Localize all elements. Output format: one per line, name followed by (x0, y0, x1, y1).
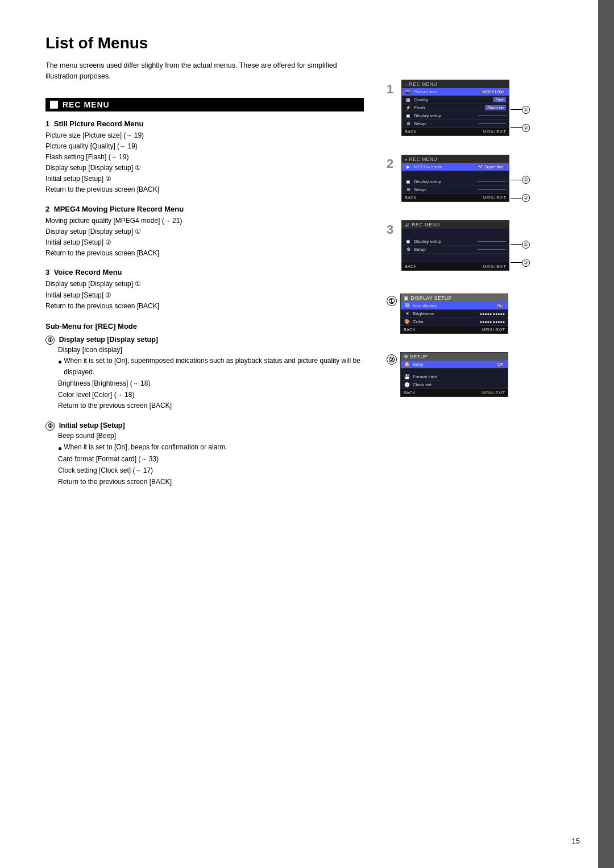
screen1-row-flash: ⚡ Flash Flash on (402, 104, 509, 112)
beep-icon: 🔔 (404, 362, 410, 367)
display-setup-content: Display [Icon display] ● When it is set … (45, 345, 364, 412)
circle-1: ① (45, 336, 55, 345)
screen2-title: ■ REC MENU (402, 155, 509, 163)
screen2-badge: 2 (387, 154, 398, 171)
intro-text: The menu screens used differ slightly fr… (45, 60, 364, 82)
submenu-title: Sub-Menu for [REC] Mode (45, 322, 364, 330)
annot-line-1a (511, 109, 522, 110)
submenu-display-setup: ① Display setup [Display setup] Display … (45, 335, 364, 412)
setup-group: ② ⚙ SETUP 🔔 Beep Off 💾 Format card (387, 352, 546, 397)
item-3-title: Voice Record Menu (54, 268, 122, 276)
display-setup-screen: ▣ DISPLAY SETUP 🖼 Icon display On ☀ Brig… (400, 294, 508, 334)
circle-2: ② (45, 421, 55, 431)
beep-row: 🔔 Beep Off (401, 361, 508, 369)
clock-set-icon: 🕐 (404, 382, 410, 388)
mpeg4-icon: ▶ (405, 164, 412, 170)
screen1-badge: 1 (387, 80, 398, 97)
annot-circle-2a: ① (522, 176, 530, 184)
page-title: List of Menus (45, 34, 364, 52)
setup-line (478, 123, 506, 124)
rec-menu-label: REC MENU (63, 100, 110, 109)
display-setup-group: ① ▣ DISPLAY SETUP 🖼 Icon display On ☀ Br… (387, 294, 546, 334)
display-icon-row: 🖼 Icon display On (401, 302, 508, 310)
display-setup-title: Display setup [Display setup] (59, 336, 158, 344)
right-column: 1 □ REC MENU 📷 Picture size 1600X1200 ▦ (387, 34, 546, 497)
item-3-number: 3 (45, 268, 49, 276)
display-line (478, 115, 506, 116)
screen3-display: 🔊 REC MENU ▣ Display setup ⚙ Se (401, 220, 509, 271)
annot-line-1b (511, 127, 522, 128)
black-square-icon (50, 101, 58, 109)
menu-item-1: 1 Still Picture Record Menu Picture size… (45, 119, 364, 196)
icon-display-icon: 🖼 (404, 303, 410, 309)
setup-badge: ② (387, 354, 397, 365)
screen3-display-icon: ▣ (405, 239, 412, 245)
color-row: 🎨 Color ●●●●● ●●●●● (401, 318, 508, 326)
item-3-subitems: Display setup [Display setup] ① Initial … (45, 279, 364, 312)
screen3-row-display: ▣ Display setup (402, 238, 509, 246)
rec-menu-header: REC MENU (45, 98, 364, 111)
right-edge-bar (598, 0, 614, 868)
screen2-row-display: ▣ Display setup (402, 178, 509, 186)
screen2-annotations: ① ② (511, 154, 530, 202)
setup-screen: ⚙ SETUP 🔔 Beep Off 💾 Format card 🕐 C (400, 352, 508, 397)
screen3-footer: BACK MENU EXIT (402, 263, 509, 270)
annot-circle-3b: ② (522, 259, 530, 267)
item-1-number: 1 (45, 119, 49, 128)
display-icon: ▣ (405, 113, 412, 119)
screen1-row-setup: ⚙ Setup (402, 120, 509, 128)
setup-footer: BACK MENU EXIT (401, 389, 508, 396)
screen2-footer: BACK MENU EXIT (402, 194, 509, 201)
screen1-wrapper: □ REC MENU 📷 Picture size 1600X1200 ▦ Qu… (401, 80, 530, 136)
screen3-annotations: ① ② (511, 225, 530, 267)
picsize-icon: 📷 (405, 89, 412, 95)
screen1-display: □ REC MENU 📷 Picture size 1600X1200 ▦ Qu… (401, 80, 509, 136)
left-column: List of Menus The menu screens used diff… (45, 34, 364, 497)
item-2-number: 2 (45, 205, 49, 213)
format-card-icon: 💾 (404, 374, 410, 380)
annot-circle-3a: ① (522, 241, 530, 249)
screen3-title: 🔊 REC MENU (402, 221, 509, 229)
screen2-setup-icon: ⚙ (405, 187, 412, 192)
menu-item-2: 2 MPEG4 Moving Picture Record Menu Movin… (45, 205, 364, 259)
screen3-wrapper: 🔊 REC MENU ▣ Display setup ⚙ Se (401, 220, 530, 271)
annot-circle-1: ① (522, 106, 530, 114)
initial-setup-content: Beep sound [Beep] ● When it is set to [O… (45, 431, 364, 488)
screen1-title: □ REC MENU (402, 80, 509, 88)
screen2-display: ■ REC MENU ▶ MPEG4 mode 5F Super fine ▣ … (401, 155, 509, 202)
menu-screens: 1 □ REC MENU 📷 Picture size 1600X1200 ▦ (387, 80, 546, 397)
display-setup-badge: ① (387, 296, 397, 306)
screen3-badge: 3 (387, 220, 398, 237)
item-2-subitems: Moving picture quality [MPEG4 mode] (→ 2… (45, 216, 364, 259)
screen1-footer: BACK MENU EXIT (402, 128, 509, 135)
submenu-section: Sub-Menu for [REC] Mode ① Display setup … (45, 322, 364, 488)
screen1-row-quality: ▦ Quality Fine (402, 96, 509, 104)
page-number: 15 (572, 837, 580, 845)
screen2-wrapper: ■ REC MENU ▶ MPEG4 mode 5F Super fine ▣ … (401, 154, 530, 202)
screen3-row-setup: ⚙ Setup (402, 246, 509, 254)
flash-icon: ⚡ (405, 105, 412, 111)
item-1-subitems: Picture size [Picture size] (→ 19) Pictu… (45, 130, 364, 196)
screen2-row-mpeg4: ▶ MPEG4 mode 5F Super fine (402, 163, 509, 171)
screen1-annotations: ① ② (511, 84, 530, 132)
screen1-group: 1 □ REC MENU 📷 Picture size 1600X1200 ▦ (387, 80, 546, 136)
menu-item-3: 3 Voice Record Menu Display setup [Displ… (45, 268, 364, 312)
screen1-row-picsize: 📷 Picture size 1600X1200 (402, 88, 509, 96)
initial-setup-title: Initial setup [Setup] (59, 421, 125, 429)
format-card-row: 💾 Format card (401, 373, 508, 381)
screen2-group: 2 ■ REC MENU ▶ MPEG4 mode 5F Super fine (387, 154, 546, 202)
quality-icon: ▦ (405, 97, 412, 103)
annot-circle-2: ② (522, 124, 530, 132)
screen2-display-icon: ▣ (405, 179, 412, 184)
item-1-title: Still Picture Record Menu (54, 119, 143, 128)
setup-screen-title: ⚙ SETUP (401, 353, 508, 361)
display-setup-footer: BACK MENU EXIT (401, 326, 508, 333)
brightness-row: ☀ Brightness ●●●●● ●●●●● (401, 310, 508, 318)
clock-set-row: 🕐 Clock set (401, 381, 508, 389)
screen3-setup-icon: ⚙ (405, 247, 412, 253)
screen1-row-display: ▣ Display setup (402, 112, 509, 120)
display-setup-screen-title: ▣ DISPLAY SETUP (401, 294, 508, 302)
brightness-icon: ☀ (404, 311, 410, 317)
item-2-title: MPEG4 Moving Picture Record Menu (54, 205, 184, 213)
setup-icon: ⚙ (405, 121, 412, 127)
